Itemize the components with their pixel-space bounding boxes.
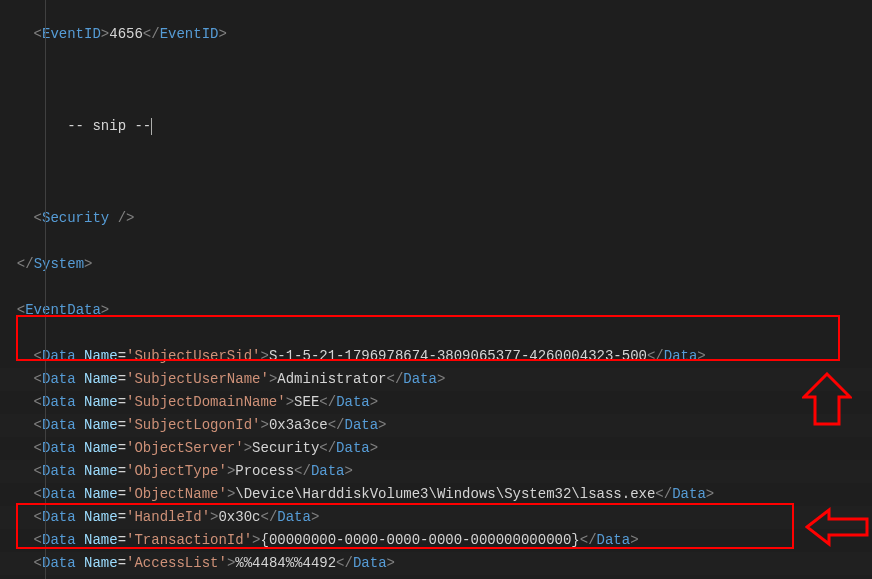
line-security: <Security /> xyxy=(0,207,872,230)
data-line-objectname: <Data Name='ObjectName'>\Device\Harddisk… xyxy=(0,483,872,506)
data-line-subjectdomainname: <Data Name='SubjectDomainName'>SEE</Data… xyxy=(0,391,872,414)
data-line-objectserver: <Data Name='ObjectServer'>Security</Data… xyxy=(0,437,872,460)
data-line-handleid: <Data Name='HandleId'>0x30c</Data> xyxy=(0,506,872,529)
text-cursor xyxy=(151,118,152,135)
line-snip: -- snip -- xyxy=(0,115,872,138)
data-lines-container: <Data Name='SubjectUserSid'>S-1-5-21-179… xyxy=(0,345,872,579)
line-blank xyxy=(0,69,872,92)
data-line-transactionid: <Data Name='TransactionId'>{00000000-000… xyxy=(0,529,872,552)
data-line-accesslist: <Data Name='AccessList'>%%4484%%4492</Da… xyxy=(0,552,872,575)
line-eventdata-open: <EventData> xyxy=(0,299,872,322)
data-line-objecttype: <Data Name='ObjectType'>Process</Data> xyxy=(0,460,872,483)
data-line-subjectlogonid: <Data Name='SubjectLogonId'>0x3a3ce</Dat… xyxy=(0,414,872,437)
data-line-subjectusername: <Data Name='SubjectUserName'>Administrat… xyxy=(0,368,872,391)
line-blank2 xyxy=(0,161,872,184)
code-editor[interactable]: <EventID>4656</EventID> -- snip -- <Secu… xyxy=(0,0,872,579)
data-line-accessreason: <Data Name='AccessReason'>-</Data> xyxy=(0,575,872,579)
line-eventid: <EventID>4656</EventID> xyxy=(0,23,872,46)
data-line-subjectusersid: <Data Name='SubjectUserSid'>S-1-5-21-179… xyxy=(0,345,872,368)
line-system-close: </System> xyxy=(0,253,872,276)
